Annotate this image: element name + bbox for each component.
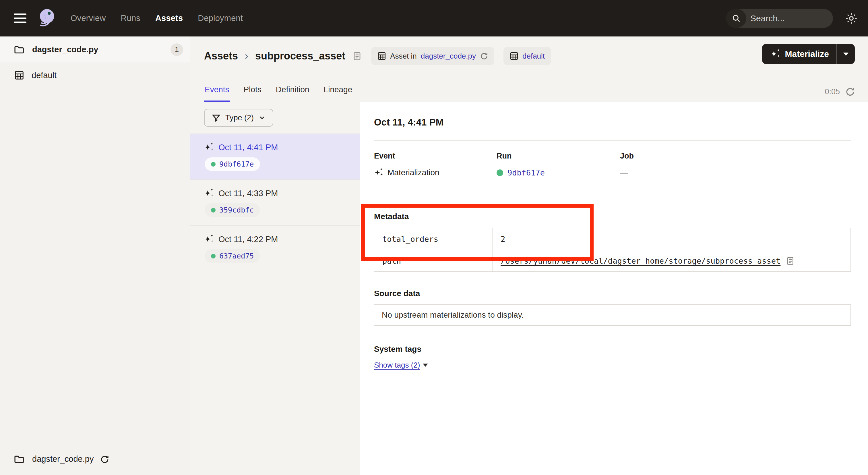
sidebar-item-label: default xyxy=(32,71,57,80)
materialization-icon xyxy=(204,188,214,198)
event-column-header: Event xyxy=(374,152,497,160)
run-id-pill[interactable]: 9dbf617e xyxy=(205,157,260,171)
source-data-empty-state: No upstream materializations to display. xyxy=(374,304,851,326)
materialize-button[interactable]: Materialize xyxy=(762,44,855,64)
event-detail-title: Oct 11, 4:41 PM xyxy=(374,117,851,128)
run-status-dot xyxy=(211,254,216,259)
asset-group-badge[interactable]: default xyxy=(503,47,551,65)
nav-deployment[interactable]: Deployment xyxy=(198,13,243,23)
code-location-link[interactable]: dagster_code.py xyxy=(421,52,476,61)
event-summary-grid: Event Run Job Materialization 9dbf617e xyxy=(374,152,851,177)
refresh-icon[interactable] xyxy=(845,87,855,96)
nav-assets[interactable]: Assets xyxy=(155,13,183,23)
sidebar-item-code-location[interactable]: dagster_code.py 1 xyxy=(0,36,190,63)
copy-path-icon[interactable] xyxy=(786,256,795,265)
asset-group-icon xyxy=(14,70,24,80)
code-location-badge: Asset in dagster_code.py xyxy=(371,47,494,65)
event-list-item[interactable]: Oct 11, 4:41 PM 9dbf617e xyxy=(190,133,360,179)
tab-definition[interactable]: Definition xyxy=(275,85,310,102)
metadata-key: path xyxy=(374,250,493,271)
run-id-pill[interactable]: 637aed75 xyxy=(205,249,260,263)
page-title: subprocess_asset xyxy=(255,50,345,62)
sidebar-footer-code-location[interactable]: dagster_code.py xyxy=(0,443,190,475)
asset-tabs: Events Plots Definition Lineage xyxy=(204,85,353,102)
nav-runs[interactable]: Runs xyxy=(121,13,141,23)
system-tags-heading: System tags xyxy=(374,345,851,354)
breadcrumb-separator: › xyxy=(244,50,249,62)
dagster-logo-icon[interactable] xyxy=(34,6,59,30)
metadata-row: total_orders 2 xyxy=(374,228,850,250)
event-timestamp-link[interactable]: Oct 11, 4:41 PM xyxy=(218,143,278,152)
reload-icon[interactable] xyxy=(480,52,488,60)
chevron-down-icon xyxy=(258,114,266,121)
dagster-asset-page: Overview Runs Assets Deployment / xyxy=(0,0,868,475)
metadata-table: total_orders 2 path /Users/yuhan/dev/loc… xyxy=(374,228,851,272)
metadata-row: path /Users/yuhan/dev/local/dagster_home… xyxy=(374,250,850,271)
run-status-dot xyxy=(211,208,216,212)
copy-asset-name-icon[interactable] xyxy=(352,51,362,61)
materialize-sparkle-icon xyxy=(770,49,780,59)
event-list-panel: Type (2) Oct 11, 4:41 PM xyxy=(190,102,360,475)
tab-lineage[interactable]: Lineage xyxy=(323,85,353,102)
folder-icon xyxy=(14,44,24,55)
reload-icon[interactable] xyxy=(100,455,109,464)
show-tags-toggle[interactable]: Show tags (2) xyxy=(374,361,428,369)
search-icon xyxy=(726,9,746,28)
tab-plots[interactable]: Plots xyxy=(243,85,262,102)
event-type-value: Materialization xyxy=(388,168,439,177)
search-bar[interactable]: / xyxy=(726,9,833,28)
asset-header: Assets › subprocess_asset Asset in dagst… xyxy=(190,36,868,102)
asset-group-icon xyxy=(510,52,518,60)
event-detail-panel: Oct 11, 4:41 PM Event Run Job Materializ… xyxy=(360,102,868,475)
menu-icon[interactable] xyxy=(14,13,26,23)
metadata-value: 2 xyxy=(501,235,505,243)
type-filter-button[interactable]: Type (2) xyxy=(204,109,273,127)
event-list-item[interactable]: Oct 11, 4:22 PM 637aed75 xyxy=(190,226,360,271)
top-navigation: Overview Runs Assets Deployment / xyxy=(0,0,868,36)
search-input[interactable] xyxy=(746,13,833,23)
run-status-dot xyxy=(497,170,503,176)
event-list-item[interactable]: Oct 11, 4:33 PM 359cdbfc xyxy=(190,179,360,226)
sidebar-footer-label: dagster_code.py xyxy=(32,454,94,464)
filter-funnel-icon xyxy=(212,113,221,122)
run-id-pill[interactable]: 359cdbfc xyxy=(205,203,260,217)
tab-events[interactable]: Events xyxy=(204,85,230,102)
badge-prefix: Asset in xyxy=(390,52,417,61)
run-status-dot xyxy=(211,162,216,167)
materialize-dropdown-caret[interactable] xyxy=(836,44,855,64)
primary-nav: Overview Runs Assets Deployment xyxy=(71,13,243,23)
event-timestamp-link[interactable]: Oct 11, 4:22 PM xyxy=(218,235,278,244)
run-column-header: Run xyxy=(497,152,620,160)
breadcrumb-assets-link[interactable]: Assets xyxy=(204,50,238,62)
asset-group-link[interactable]: default xyxy=(522,52,545,61)
gear-icon[interactable] xyxy=(845,12,858,25)
nav-overview[interactable]: Overview xyxy=(71,13,105,23)
caret-down-icon xyxy=(843,53,848,56)
refresh-timer: 0:05 xyxy=(825,87,840,96)
metadata-key: total_orders xyxy=(374,228,493,250)
sidebar-item-default-group[interactable]: default xyxy=(0,63,190,88)
metadata-path-link[interactable]: /Users/yuhan/dev/local/dagster_home/stor… xyxy=(501,257,780,265)
run-id-link[interactable]: 9dbf617e xyxy=(507,168,545,177)
caret-down-icon xyxy=(423,363,428,367)
source-data-heading: Source data xyxy=(374,289,851,298)
materialization-icon xyxy=(204,234,214,244)
sidebar-item-label: dagster_code.py xyxy=(32,45,98,54)
asset-groups-sidebar: dagster_code.py 1 default dagster_code.p… xyxy=(0,36,190,475)
asset-count-badge: 1 xyxy=(170,43,183,56)
job-value: — xyxy=(620,168,628,177)
job-column-header: Job xyxy=(620,152,851,160)
event-timestamp-link[interactable]: Oct 11, 4:33 PM xyxy=(218,189,278,198)
materialization-icon xyxy=(204,143,214,152)
folder-icon xyxy=(14,454,24,464)
metadata-heading: Metadata xyxy=(374,212,851,221)
materialization-icon xyxy=(374,168,383,177)
main-content: Assets › subprocess_asset Asset in dagst… xyxy=(190,36,868,475)
grid-icon xyxy=(377,52,386,60)
breadcrumb: Assets › subprocess_asset Asset in dagst… xyxy=(204,47,551,65)
